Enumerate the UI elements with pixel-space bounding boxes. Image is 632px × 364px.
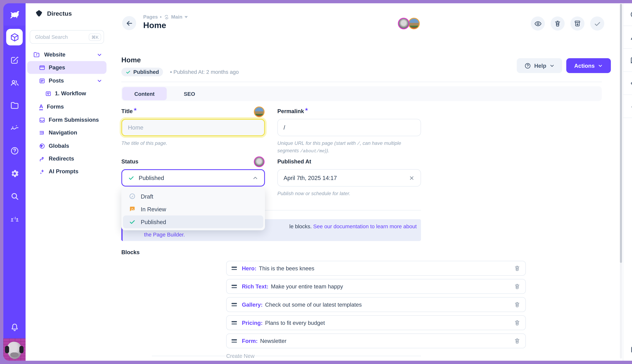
module-users[interactable] xyxy=(3,74,26,92)
module-insights[interactable] xyxy=(3,119,26,137)
chevron-down-icon xyxy=(549,63,554,68)
info-sidebar-button[interactable] xyxy=(623,3,632,26)
breadcrumb-version[interactable]: Main xyxy=(171,14,182,20)
block-text: This is the bees knees xyxy=(259,265,314,271)
documentation-link-line2[interactable]: the Page Builder. xyxy=(144,231,185,238)
block-type[interactable]: Hero: xyxy=(242,265,256,271)
title-input[interactable]: Home xyxy=(121,119,265,136)
redirect-arrow-icon xyxy=(39,155,46,162)
directus-rabbit-logo xyxy=(8,8,21,21)
item-heading: Home xyxy=(121,56,141,64)
module-bar xyxy=(3,3,26,361)
status-option-in-review[interactable]: In Review xyxy=(123,202,263,215)
actions-label: Actions xyxy=(574,62,595,69)
trash-icon[interactable] xyxy=(514,320,520,326)
breadcrumb[interactable]: Pages • Main xyxy=(143,14,188,20)
block-type[interactable]: Gallery: xyxy=(242,302,262,308)
module-search[interactable] xyxy=(3,187,26,205)
chevron-down-icon[interactable] xyxy=(96,78,102,84)
flows-sidebar-button[interactable] xyxy=(623,95,632,118)
module-content-active[interactable] xyxy=(6,29,23,46)
published-at-input[interactable]: April 7th, 2025 14:17 xyxy=(277,169,421,186)
sidebar-item-website[interactable]: Website xyxy=(27,48,106,61)
block-text: Plans to fit every budget xyxy=(265,320,325,326)
permalink-field-label: Permalink★ xyxy=(277,107,308,114)
chevron-down-icon[interactable] xyxy=(96,52,102,58)
module-files[interactable] xyxy=(3,96,26,114)
module-editor[interactable] xyxy=(3,51,26,70)
title-note: The title of this page. xyxy=(121,140,167,147)
project-header[interactable]: Directus xyxy=(35,9,72,18)
collaborator-avatar-marmot[interactable] xyxy=(408,18,420,29)
in-review-icon xyxy=(129,206,136,212)
scheduled-sidebar-button[interactable] xyxy=(623,338,632,361)
trash-icon[interactable] xyxy=(514,265,520,272)
drag-handle-icon[interactable] xyxy=(232,303,237,306)
bell-icon xyxy=(10,322,19,332)
clear-x-icon[interactable] xyxy=(409,175,415,181)
status-select[interactable]: Published xyxy=(121,169,265,186)
caret-down-icon[interactable] xyxy=(184,16,188,18)
block-type[interactable]: Rich Text: xyxy=(242,283,268,290)
sidebar-label: Posts xyxy=(49,78,64,84)
status-option-draft[interactable]: Draft xyxy=(123,190,263,202)
archive-button[interactable] xyxy=(570,16,584,30)
current-user-avatar[interactable] xyxy=(3,338,26,361)
sidebar-item-form-submissions[interactable]: Form Submissions xyxy=(27,114,106,126)
pending-actions-icon xyxy=(630,345,632,354)
global-search-input[interactable]: Global Search ⌘K xyxy=(30,30,104,44)
help-label: Help xyxy=(534,62,546,69)
sidebar-item-ai-prompts[interactable]: AI Prompts xyxy=(27,165,106,178)
block-row-gallery[interactable]: Gallery: Check out some of our latest te… xyxy=(226,297,526,312)
block-row-rich-text[interactable]: Rich Text: Make your entire team happy xyxy=(226,279,526,294)
collaborator-avatar-man[interactable] xyxy=(398,18,410,29)
sidebar-item-workflow[interactable]: 1. Workflow xyxy=(27,87,106,100)
module-settings[interactable] xyxy=(3,164,26,182)
sidebar-item-redirects[interactable]: Redirects xyxy=(27,152,106,165)
breadcrumb-collection[interactable]: Pages xyxy=(143,14,158,20)
module-help[interactable] xyxy=(3,142,26,160)
comments-sidebar-button[interactable] xyxy=(623,49,632,72)
notifications-button[interactable] xyxy=(3,318,26,336)
delete-button[interactable] xyxy=(550,16,565,30)
block-row-hero[interactable]: Hero: This is the bees knees xyxy=(226,261,526,276)
tab-seo[interactable]: SEO xyxy=(167,87,212,100)
sidebar-item-posts[interactable]: Posts xyxy=(27,74,106,87)
help-icon xyxy=(10,146,19,155)
trash-icon[interactable] xyxy=(514,301,520,308)
drag-handle-icon[interactable] xyxy=(232,266,237,270)
preview-button[interactable] xyxy=(531,16,545,30)
sidebar-item-forms[interactable]: A Forms xyxy=(27,100,106,113)
check-icon xyxy=(126,70,131,75)
module-translations[interactable] xyxy=(3,209,26,228)
sidebar-item-navigation[interactable]: Navigation xyxy=(27,126,106,139)
actions-button[interactable]: Actions xyxy=(566,58,611,73)
documentation-link[interactable]: See our documentation to learn more abou… xyxy=(313,223,417,230)
block-type[interactable]: Pricing: xyxy=(242,320,262,326)
drag-handle-icon[interactable] xyxy=(232,339,237,342)
status-field-label: Status xyxy=(121,158,138,165)
scrollbar-thumb[interactable] xyxy=(620,4,622,263)
sidebar-item-pages[interactable]: Pages xyxy=(27,61,106,74)
search-placeholder: Global Search xyxy=(35,34,89,40)
block-row-pricing[interactable]: Pricing: Plans to fit every budget xyxy=(226,315,526,330)
trash-icon[interactable] xyxy=(514,338,520,344)
block-row-form[interactable]: Form: Newsletter xyxy=(226,334,526,348)
help-button[interactable]: Help xyxy=(517,58,562,73)
tab-content[interactable]: Content xyxy=(122,87,167,100)
sidebar-item-globals[interactable]: Globals xyxy=(27,140,106,152)
back-button[interactable] xyxy=(122,16,136,30)
status-option-published[interactable]: Published xyxy=(123,215,263,228)
shares-sidebar-button[interactable] xyxy=(623,72,632,95)
directus-logo-button[interactable] xyxy=(3,3,26,26)
drag-handle-icon[interactable] xyxy=(232,285,237,288)
blocks-field-label: Blocks xyxy=(121,249,140,256)
trash-icon[interactable] xyxy=(514,283,520,290)
revisions-sidebar-button[interactable]: 3 xyxy=(623,26,632,49)
chevron-up-icon[interactable] xyxy=(252,175,258,181)
save-button[interactable] xyxy=(590,16,604,30)
kanban-icon xyxy=(45,90,52,97)
drag-handle-icon[interactable] xyxy=(232,321,237,324)
block-type[interactable]: Form: xyxy=(242,338,258,344)
permalink-input[interactable]: / xyxy=(277,119,421,136)
